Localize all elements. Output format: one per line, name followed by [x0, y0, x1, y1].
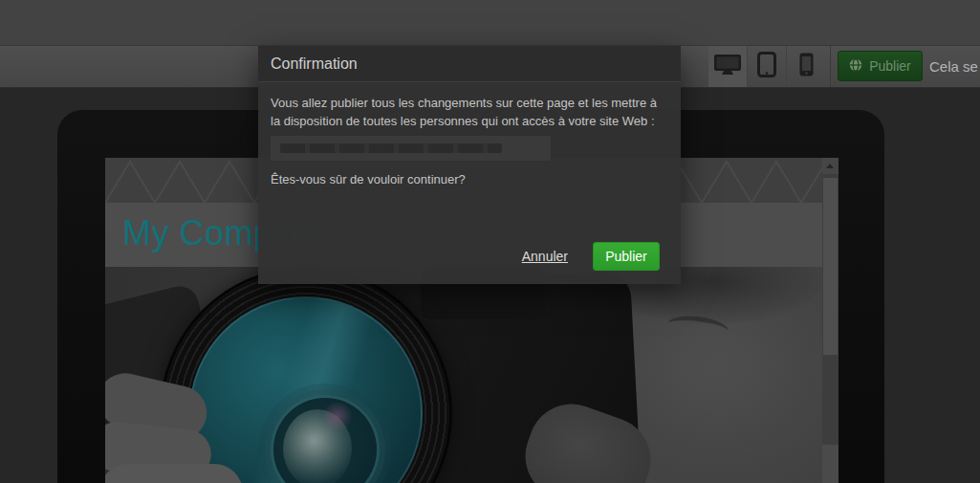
photo-lens-pink-glint: [323, 402, 352, 430]
scrollbar-down-button[interactable]: [822, 445, 838, 483]
dialog-footer: Annuler Publier: [522, 242, 660, 271]
scrollbar-thumb[interactable]: [823, 178, 838, 355]
toolbar-hint-text: Cela se: [929, 46, 978, 87]
tablet-icon: [757, 52, 776, 81]
cancel-link[interactable]: Annuler: [522, 249, 568, 264]
dialog-title: Confirmation: [258, 46, 681, 82]
dialog-message-line-1: Vous allez publier tous les changements …: [271, 94, 668, 112]
redacted-url-text: [280, 143, 502, 153]
desktop-icon: [713, 54, 742, 80]
top-bar: [0, 0, 980, 46]
site-url-redacted: [271, 136, 551, 161]
photo-left-hand: [105, 464, 243, 483]
dialog-message-line-2: la disposition de toutes les personnes q…: [271, 112, 668, 130]
dialog-body: Vous allez publier tous les changements …: [258, 82, 681, 188]
photo-lens-glass: [189, 296, 423, 483]
toolbar-divider: [830, 46, 831, 87]
device-tablet-button[interactable]: [748, 46, 786, 87]
device-phone-button[interactable]: [787, 46, 825, 87]
editor-screen: { "toolbar": { "publish_label": "Publier…: [0, 0, 980, 483]
dialog-publish-button[interactable]: Publier: [593, 242, 660, 271]
device-desktop-button[interactable]: [708, 46, 747, 87]
toolbar-publish-button[interactable]: Publier: [838, 51, 923, 81]
globe-icon: [849, 58, 862, 75]
toolbar-publish-label: Publier: [869, 58, 911, 74]
phone-icon: [799, 53, 814, 80]
dialog-question: Êtes-vous sûr de vouloir continuer?: [271, 170, 668, 188]
photographer-photo: [105, 267, 822, 483]
preview-scrollbar[interactable]: [822, 158, 838, 483]
scrollbar-up-button[interactable]: [822, 158, 838, 174]
confirmation-dialog: Confirmation Vous allez publier tous les…: [258, 46, 681, 284]
